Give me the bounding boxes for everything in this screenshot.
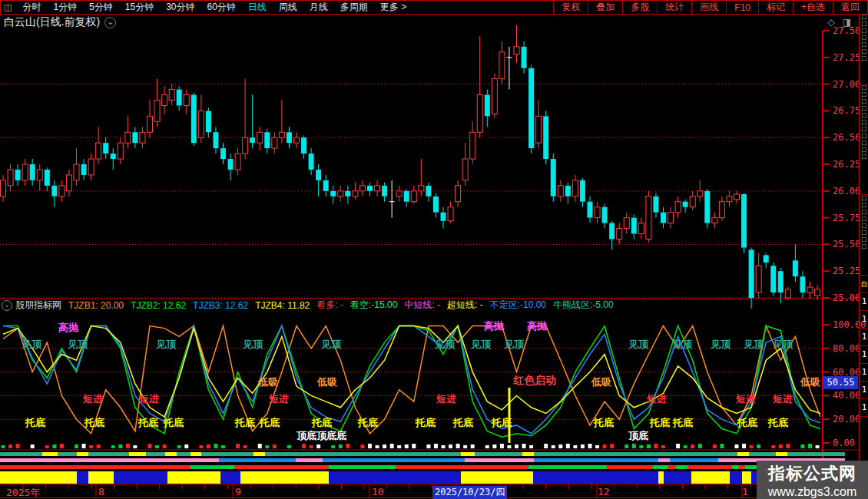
sidebar-item-highlight[interactable]: 自 bbox=[860, 276, 868, 293]
tab-period-5[interactable]: 60分钟 bbox=[201, 1, 242, 14]
signal-dingdi: 顶底顶底底 bbox=[297, 429, 346, 443]
candle-up bbox=[492, 79, 497, 114]
signal-jianding: 见顶 bbox=[711, 338, 731, 352]
signal-bar bbox=[573, 445, 577, 448]
candle-down bbox=[15, 170, 21, 180]
signal-bar bbox=[713, 444, 717, 448]
signal-tuodi: 托底 bbox=[164, 416, 184, 430]
toolbar-button-8[interactable]: 返回 bbox=[833, 1, 867, 14]
signal-dixi: 低吸 bbox=[800, 375, 820, 389]
signal-bar bbox=[287, 445, 291, 448]
diamond-icon[interactable]: ◇ bbox=[827, 17, 834, 28]
sidebar-vertical-item-0[interactable]: 口口口口口口口 bbox=[860, 14, 868, 84]
chevron-down-icon[interactable]: ⌄ bbox=[104, 17, 116, 28]
signal-bar bbox=[595, 445, 599, 448]
signal-strip-2 bbox=[668, 465, 676, 469]
signal-bar bbox=[360, 444, 364, 448]
candle-up bbox=[154, 100, 160, 121]
sidebar-slot-2[interactable]: 1 bbox=[860, 329, 868, 346]
signal-bar bbox=[316, 444, 320, 448]
right-sidebar-strip[interactable]: 口口口口口口口口口口口口口口口口口口口口口口口口口口自1111111 bbox=[859, 0, 868, 499]
signal-bar bbox=[376, 445, 379, 448]
candle-down bbox=[602, 207, 608, 223]
toolbar-button-7[interactable]: +自选 bbox=[793, 1, 833, 14]
candle-up bbox=[88, 159, 94, 175]
signal-bar bbox=[302, 444, 306, 448]
candle-down bbox=[485, 95, 490, 117]
signal-strip-1 bbox=[534, 458, 658, 462]
candle-up bbox=[536, 116, 542, 143]
signal-bar bbox=[735, 444, 739, 448]
split-pane-icon[interactable]: ◨ bbox=[843, 17, 851, 28]
sidebar-slot-3[interactable]: 1 bbox=[860, 346, 868, 364]
tab-period-7[interactable]: 周线 bbox=[273, 1, 303, 14]
signal-bar bbox=[800, 444, 804, 448]
indicator-value-5: 看多: - bbox=[316, 299, 343, 311]
candle-down bbox=[264, 132, 270, 148]
window-pane-icon[interactable]: ◫ bbox=[4, 2, 12, 12]
signal-bar bbox=[808, 444, 812, 448]
action-buttons: 复权叠加多股统计画线F10标记+自选返回 bbox=[553, 1, 867, 14]
candle-up bbox=[37, 170, 42, 180]
title-row: 白云山(日线.前复权) ⌄ ◇ ◨ bbox=[0, 14, 859, 31]
signal-strip-0 bbox=[522, 452, 534, 456]
candle-down bbox=[323, 180, 329, 191]
sidebar-slot-6[interactable]: 1 bbox=[860, 399, 868, 417]
signal-strip-3 bbox=[691, 471, 730, 484]
candle-down bbox=[45, 170, 50, 186]
toolbar-button-1[interactable]: 叠加 bbox=[588, 1, 622, 14]
candle-up bbox=[719, 202, 724, 218]
signal-tuodi: 托底 bbox=[138, 416, 158, 430]
signal-bar bbox=[331, 445, 335, 448]
sidebar-slot-1[interactable]: 1 bbox=[860, 311, 868, 329]
tab-period-9[interactable]: 多周期 bbox=[334, 1, 374, 14]
signal-dixi: 低吸 bbox=[317, 375, 337, 389]
tab-period-10[interactable]: 更多 > bbox=[374, 1, 412, 14]
signal-strip-3 bbox=[329, 471, 461, 484]
indicator-header: ⌄ 股朋指标网TJZB1: 20.00TJZB2: 12.62TJZB3: 12… bbox=[0, 299, 822, 311]
signal-strip-3 bbox=[240, 471, 329, 484]
sidebar-vertical-item-2[interactable]: 口口口口口口口口 bbox=[860, 195, 868, 276]
signal-jianding: 见顶 bbox=[243, 338, 263, 352]
candle-up bbox=[338, 191, 343, 197]
signal-jianding: 见顶 bbox=[156, 338, 176, 352]
tab-period-3[interactable]: 15分钟 bbox=[119, 1, 160, 14]
signal-bar bbox=[133, 445, 137, 448]
signal-strip-2 bbox=[676, 465, 687, 469]
signal-strip-3 bbox=[167, 471, 220, 484]
signal-bar bbox=[603, 444, 607, 448]
signal-gaopao: 高抛 bbox=[527, 319, 547, 333]
toolbar-button-4[interactable]: 画线 bbox=[691, 1, 726, 14]
toolbar-button-6[interactable]: 标记 bbox=[758, 1, 793, 14]
sidebar-slot-4[interactable]: 1 bbox=[860, 364, 868, 382]
sidebar-slot-0[interactable]: 1 bbox=[860, 293, 868, 311]
candle-up bbox=[8, 170, 13, 186]
toolbar-button-2[interactable]: 多股 bbox=[622, 1, 657, 14]
signal-strip-2 bbox=[234, 465, 329, 469]
candle-down bbox=[382, 186, 387, 197]
tab-period-1[interactable]: 1分钟 bbox=[47, 1, 83, 14]
sidebar-slot-5[interactable]: 1 bbox=[860, 382, 868, 399]
tab-period-4[interactable]: 30分钟 bbox=[160, 1, 200, 14]
signal-jianding: 见顶 bbox=[773, 338, 793, 352]
tab-period-2[interactable]: 5分钟 bbox=[83, 1, 119, 14]
signal-strip-1 bbox=[323, 458, 465, 462]
signal-bar bbox=[544, 444, 548, 448]
signal-bar bbox=[368, 444, 372, 448]
signal-bar bbox=[258, 444, 262, 448]
toolbar-button-5[interactable]: F10 bbox=[726, 1, 758, 14]
tab-period-8[interactable]: 月线 bbox=[303, 1, 334, 14]
tab-period-0[interactable]: 分时 bbox=[16, 1, 47, 14]
indicator-value-10: 牛熊战区:-5.00 bbox=[553, 299, 614, 311]
tab-period-6[interactable]: 日线 bbox=[242, 1, 273, 14]
collapse-chevron-icon[interactable]: ⌄ bbox=[2, 300, 12, 311]
candle-up bbox=[756, 266, 761, 292]
signal-bar bbox=[757, 444, 760, 448]
signal-strip-2 bbox=[0, 465, 190, 469]
toolbar-button-0[interactable]: 复权 bbox=[553, 1, 588, 14]
signal-strip-0 bbox=[0, 452, 42, 456]
signal-bar bbox=[507, 445, 511, 448]
candle-up bbox=[690, 197, 695, 207]
toolbar-button-3[interactable]: 统计 bbox=[657, 1, 691, 14]
sidebar-vertical-item-1[interactable]: 口口口口口口口口口口口 bbox=[860, 84, 868, 195]
